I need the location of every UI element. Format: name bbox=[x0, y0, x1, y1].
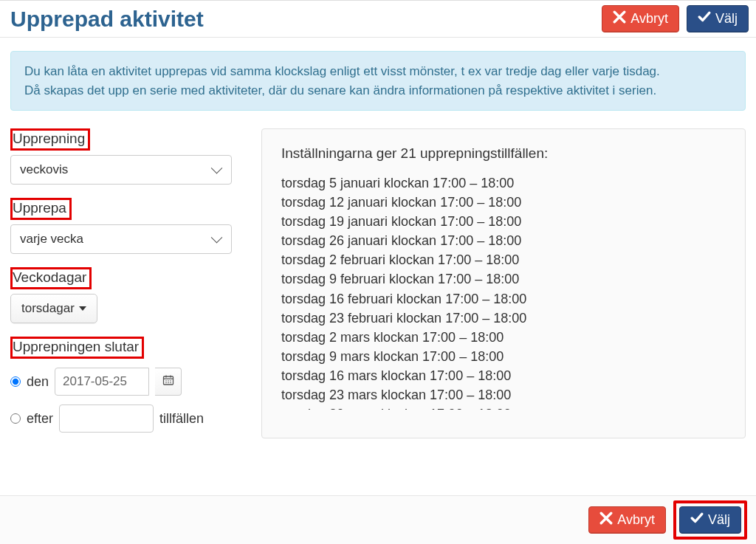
ends-after-row: efter tillfällen bbox=[10, 404, 232, 433]
info-alert: Du kan låta en aktivitet upprepas vid sa… bbox=[10, 51, 746, 111]
repeat-select[interactable]: varje vecka bbox=[10, 224, 232, 254]
occurrence-line: torsdag 26 januari klockan 17:00 – 18:00 bbox=[281, 231, 723, 250]
check-icon bbox=[698, 10, 711, 27]
ends-on-row: den 2017-05-25 bbox=[10, 368, 232, 396]
repetition-label: Upprepning bbox=[10, 128, 90, 151]
end-date-input[interactable]: 2017-05-25 bbox=[55, 368, 149, 396]
ends-label: Upprepningen slutar bbox=[10, 337, 144, 359]
select-button-footer[interactable]: Välj bbox=[679, 506, 741, 534]
svg-point-5 bbox=[168, 380, 169, 382]
preview-column: Inställningarna ger 21 upprepningstillfä… bbox=[261, 128, 746, 446]
check-icon bbox=[690, 512, 704, 528]
occurrence-line: torsdag 16 februari klockan 17:00 – 18:0… bbox=[281, 289, 723, 309]
occurrence-line: torsdag 12 januari klockan 17:00 – 18:00 bbox=[281, 193, 723, 212]
repetition-select[interactable]: veckovis bbox=[10, 155, 232, 185]
info-line-2: Då skapas det upp en serie med aktivitet… bbox=[24, 81, 732, 100]
occurrence-line: torsdag 23 februari klockan 17:00 – 18:0… bbox=[281, 309, 723, 328]
svg-point-9 bbox=[170, 382, 171, 384]
svg-point-6 bbox=[170, 380, 171, 382]
ends-after-input[interactable] bbox=[59, 404, 154, 433]
preview-title: Inställningarna ger 21 upprepningstillfä… bbox=[281, 145, 726, 162]
cancel-button-footer-label: Avbryt bbox=[617, 512, 655, 528]
form-column: Upprepning veckovis Upprepa varje vecka … bbox=[10, 128, 232, 446]
svg-point-8 bbox=[168, 382, 169, 384]
ends-after-label: efter bbox=[27, 411, 53, 427]
calendar-icon bbox=[162, 374, 174, 389]
weekdays-label: Veckodagar bbox=[10, 267, 92, 289]
dialog-footer: Avbryt Välj bbox=[0, 495, 756, 544]
select-button[interactable]: Välj bbox=[687, 5, 749, 32]
occurrence-line: torsdag 5 januari klockan 17:00 – 18:00 bbox=[281, 173, 723, 193]
occurrence-line: torsdag 9 mars klockan 17:00 – 18:00 bbox=[281, 347, 723, 366]
occurrence-line: torsdag 23 mars klockan 17:00 – 18:00 bbox=[281, 385, 723, 404]
cancel-button-label: Avbryt bbox=[630, 11, 668, 27]
page-title: Upprepad aktivitet bbox=[7, 7, 204, 32]
highlight-frame: Välj bbox=[673, 500, 747, 540]
weekdays-value: torsdagar bbox=[21, 301, 75, 316]
dialog-header: Upprepad aktivitet Avbryt Välj bbox=[0, 0, 756, 35]
ends-after-radio[interactable] bbox=[10, 413, 21, 424]
repetition-value: veckovis bbox=[20, 162, 68, 177]
occurrence-line: torsdag 2 februari klockan 17:00 – 18:00 bbox=[281, 250, 723, 269]
close-icon bbox=[599, 512, 613, 528]
occurrence-line: torsdag 2 mars klockan 17:00 – 18:00 bbox=[281, 328, 723, 347]
repeat-label: Upprepa bbox=[10, 198, 72, 220]
occurrence-line: torsdag 19 januari klockan 17:00 – 18:00 bbox=[281, 212, 723, 231]
dialog-body: Du kan låta en aktivitet upprepas vid sa… bbox=[0, 51, 756, 495]
cancel-button[interactable]: Avbryt bbox=[602, 5, 679, 32]
occurrence-line: torsdag 30 mars klockan 17:00 – 18:00 bbox=[281, 404, 723, 410]
select-button-label: Välj bbox=[715, 11, 738, 27]
ends-after-suffix: tillfällen bbox=[159, 411, 204, 427]
preview-panel: Inställningarna ger 21 upprepningstillfä… bbox=[261, 128, 746, 438]
repeat-value: varje vecka bbox=[20, 232, 83, 247]
occurrences-list[interactable]: torsdag 5 januari klockan 17:00 – 18:00t… bbox=[281, 173, 726, 410]
caret-down-icon bbox=[79, 306, 86, 311]
cancel-button-footer[interactable]: Avbryt bbox=[588, 506, 666, 534]
divider bbox=[0, 37, 756, 38]
occurrence-line: torsdag 16 mars klockan 17:00 – 18:00 bbox=[281, 366, 723, 385]
svg-point-7 bbox=[165, 382, 167, 384]
occurrence-line: torsdag 9 februari klockan 17:00 – 18:00 bbox=[281, 269, 723, 289]
close-icon bbox=[613, 10, 626, 27]
header-actions: Avbryt Välj bbox=[602, 5, 749, 32]
date-picker-button[interactable] bbox=[155, 368, 182, 396]
info-line-1: Du kan låta en aktivitet upprepas vid sa… bbox=[24, 62, 732, 81]
select-button-footer-label: Välj bbox=[708, 512, 730, 528]
ends-on-radio[interactable] bbox=[10, 376, 21, 387]
svg-point-4 bbox=[165, 380, 167, 382]
ends-on-label: den bbox=[27, 374, 49, 390]
weekdays-dropdown[interactable]: torsdagar bbox=[10, 294, 97, 323]
